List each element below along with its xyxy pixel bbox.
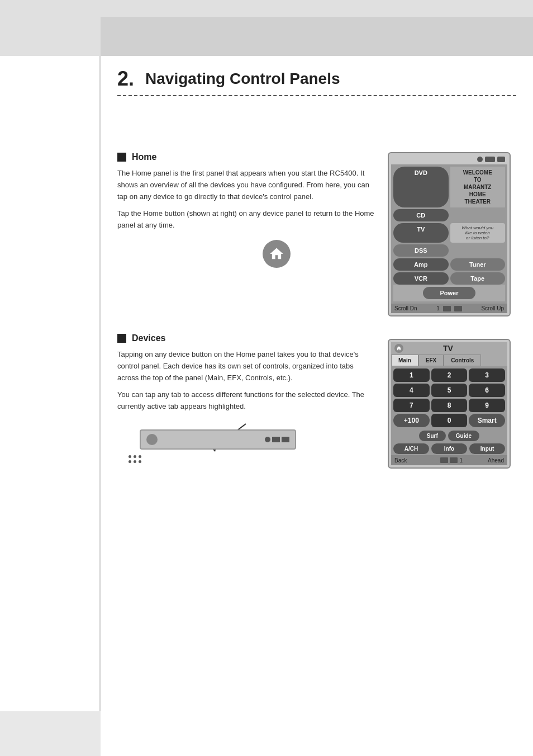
chapter-number: 2. [117,67,134,91]
ahead-label[interactable]: Ahead [488,457,504,464]
tape-button[interactable]: Tape [450,272,506,285]
dot-1 [129,455,131,458]
home-remote-bottom: Scroll Dn 1 Scroll Up [391,304,507,313]
tv-surf-guide-row: Surf Guide [391,429,507,442]
scroll-dn-label[interactable]: Scroll Dn [394,305,417,311]
num-9[interactable]: 9 [469,399,505,412]
page-icon-2 [454,306,462,311]
tab-main[interactable]: Main [391,355,418,366]
amp-button[interactable]: Amp [393,258,449,271]
dot-2 [134,455,136,458]
tv-header: TV [391,342,507,355]
house-icon [269,246,284,262]
tuner-button[interactable]: Tuner [450,258,506,271]
bottom-device-circle [146,434,158,445]
num-3[interactable]: 3 [469,368,505,382]
surf-button[interactable]: Surf [419,431,446,441]
devices-heading: Devices [117,333,377,343]
home-device-grid-3: Amp Tuner [393,258,505,271]
tab-controls[interactable]: Controls [444,355,481,366]
bottom-circle-icon [265,437,270,442]
num-5[interactable]: 5 [431,384,468,397]
home-device-grid: DVD WELCOMETOMARANTZHOMETHEATER CD [393,167,505,221]
dot-3 [139,455,141,458]
num-8[interactable]: 8 [431,399,468,412]
home-button-icon[interactable] [263,240,291,268]
home-section-text: Home The Home panel is the first panel t… [117,152,377,316]
tv-page-icon-2 [450,457,458,463]
home-device-grid-2: TV What would youlike to watchor listen … [393,223,505,257]
bottom-dots [129,455,377,463]
num-2[interactable]: 2 [431,368,468,382]
home-page-num: 1 [436,305,440,311]
tab-efx[interactable]: EFX [418,355,444,366]
dot-line-1 [129,455,377,458]
num-6[interactable]: 6 [469,384,505,397]
tv-button[interactable]: TV [393,223,449,243]
guide-button[interactable]: Guide [448,431,479,441]
home-body-text: The Home panel is the first panel that a… [117,168,377,202]
power-btn-container: Power [393,285,505,301]
dss-button[interactable]: DSS [393,244,449,257]
welcome-sub-text: What would youlike to watchor listen to? [450,223,506,243]
devices-section-text: Devices Tapping on any device button on … [117,333,377,469]
scroll-up-label[interactable]: Scroll Up [481,305,504,311]
devices-heading-label: Devices [132,333,166,343]
bottom-rect-icon-1 [272,437,280,442]
vcr-button[interactable]: VCR [393,272,449,285]
input-button[interactable]: Input [469,443,505,454]
devices-body-text-2: You can tap any tab to access different … [117,389,377,413]
home-heading-label: Home [132,152,156,162]
tv-house-icon [396,346,402,351]
remote-top-bar [391,155,507,163]
dot-5 [134,460,136,463]
num-1[interactable]: 1 [393,368,430,382]
devices-section: Devices Tapping on any device button on … [117,333,516,469]
num-4[interactable]: 4 [393,384,430,397]
top-bar-inner [101,17,533,56]
dot-4 [129,460,131,463]
home-heading: Home [117,152,377,162]
remote-tv-screen: TV Main EFX Controls 1 2 3 4 5 6 [388,339,511,469]
tv-home-icon[interactable] [394,344,403,353]
tv-ach-info-input-row: A/CH Info Input [391,442,507,455]
cd-button[interactable]: CD [393,209,449,221]
intro-area [117,107,516,152]
tv-numpad: 1 2 3 4 5 6 7 8 9 +100 0 Smart [391,366,507,429]
home-body-text-2: Tap the Home button (shown at right) on … [117,208,377,231]
sidebar-bottom [0,711,101,756]
left-sidebar [0,56,101,756]
power-button[interactable]: Power [423,287,475,299]
bottom-device-illustration [117,429,377,450]
home-section: Home The Home panel is the first panel t… [117,152,516,316]
num-0[interactable]: 0 [431,414,468,427]
bottom-device-icons [265,437,289,442]
num-7[interactable]: 7 [393,399,430,412]
num-100[interactable]: +100 [393,414,430,427]
devices-body-text: Tapping on any device button on the Home… [117,349,377,384]
page-icon-1 [443,306,451,311]
main-content: 2. Navigating Control Panels Home The Ho… [101,56,533,756]
tv-page-num: 1 [459,457,463,464]
dvd-button[interactable]: DVD [393,167,449,207]
home-icon-container [117,240,377,268]
num-smart[interactable]: Smart [469,414,505,427]
welcome-label: WELCOMETOMARANTZHOMETHEATER [463,169,492,205]
chapter-header: 2. Navigating Control Panels [117,67,516,91]
info-button[interactable]: Info [431,443,467,454]
back-label[interactable]: Back [394,457,407,464]
home-page-info: 1 [436,305,462,311]
home-screen-mockup: DVD WELCOMETOMARANTZHOMETHEATER CD TV Wh… [388,152,516,316]
chapter-divider [117,95,516,96]
remote-top-icons [477,157,505,162]
top-bar [0,0,533,56]
home-section-marker [117,153,126,162]
remote-rect-icon-1 [485,157,495,162]
ach-button[interactable]: A/CH [393,443,429,454]
tv-screen-mockup: TV Main EFX Controls 1 2 3 4 5 6 [388,333,516,469]
remote-home-screen: DVD WELCOMETOMARANTZHOMETHEATER CD TV Wh… [388,152,511,316]
tv-bottom-bar: Back 1 Ahead [391,455,507,465]
home-welcome-area: DVD WELCOMETOMARANTZHOMETHEATER CD TV Wh… [391,164,507,304]
welcome-text-area: WELCOMETOMARANTZHOMETHEATER [450,167,506,207]
home-device-grid-4: VCR Tape [393,272,505,285]
